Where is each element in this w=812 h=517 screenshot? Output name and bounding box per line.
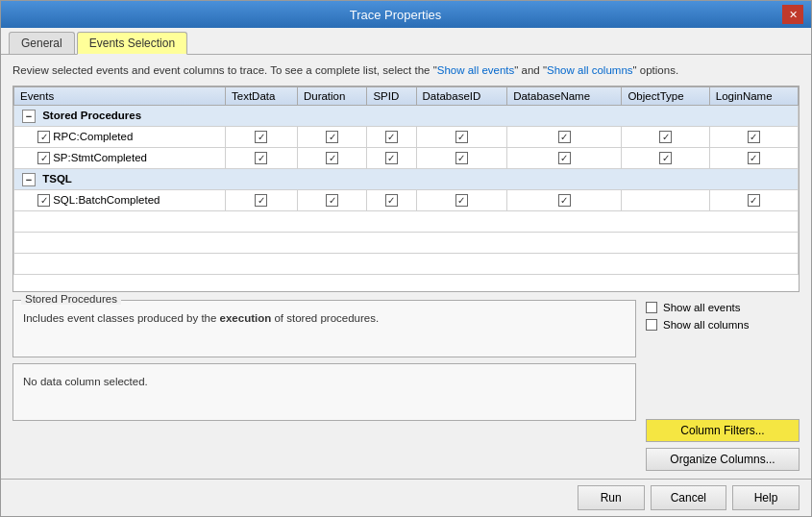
- row-sql-batchcompleted-check[interactable]: [37, 194, 50, 207]
- show-all-events-label: Show all events: [663, 302, 741, 313]
- table-row: SQL:BatchCompleted: [14, 190, 799, 211]
- col-textdata: TextData: [226, 87, 298, 106]
- run-button[interactable]: Run: [578, 485, 645, 510]
- col-databaseid: DatabaseID: [416, 87, 507, 106]
- column-filters-button[interactable]: Column Filters...: [646, 419, 800, 442]
- col-spid: SPID: [367, 87, 416, 106]
- stored-procedures-info-box: Stored Procedures Includes event classes…: [12, 300, 636, 357]
- col-databasename: DatabaseName: [507, 87, 622, 106]
- row-sp-stmtcompleted-check[interactable]: [37, 152, 50, 164]
- events-table-container: Events TextData Duration SPID DatabaseID…: [12, 86, 800, 292]
- rpc-databasename-cb[interactable]: [558, 131, 571, 143]
- events-table: Events TextData Duration SPID DatabaseID…: [13, 86, 799, 275]
- right-panel: Show all events Show all columns Column …: [646, 300, 800, 471]
- stored-procedures-info-content: Includes event classes produced by the e…: [23, 312, 626, 324]
- sp-objecttype-cb[interactable]: [659, 152, 672, 164]
- left-panels: Stored Procedures Includes event classes…: [12, 300, 636, 471]
- col-loginname: LoginName: [709, 87, 798, 106]
- category-row-tsql: − TSQL: [14, 169, 799, 190]
- table-header-row: Events TextData Duration SPID DatabaseID…: [14, 87, 799, 106]
- main-window: Trace Properties ✕ General Events Select…: [0, 0, 812, 517]
- show-all-events-link[interactable]: Show all events: [437, 64, 515, 76]
- sql-databaseid-cb[interactable]: [455, 194, 468, 207]
- table-row: SP:StmtCompleted: [14, 148, 799, 169]
- show-all-columns-checkbox[interactable]: [646, 319, 657, 331]
- table-row: RPC:Completed: [14, 127, 799, 148]
- row-rpc-completed-check[interactable]: [37, 131, 50, 143]
- table-row-empty: [14, 233, 799, 254]
- rpc-objecttype-cb[interactable]: [659, 131, 672, 143]
- close-button[interactable]: ✕: [782, 5, 803, 24]
- sql-loginname-cb[interactable]: [748, 194, 760, 207]
- window-title: Trace Properties: [9, 8, 782, 22]
- sp-databasename-cb[interactable]: [558, 152, 571, 164]
- collapse-tsql-btn[interactable]: −: [22, 173, 36, 186]
- sp-duration-cb[interactable]: [326, 152, 338, 164]
- title-bar: Trace Properties ✕: [1, 1, 811, 28]
- help-button[interactable]: Help: [732, 485, 800, 510]
- sp-spid-cb[interactable]: [385, 152, 398, 164]
- col-objecttype: ObjectType: [622, 87, 709, 106]
- show-all-columns-label: Show all columns: [663, 319, 749, 331]
- show-all-events-row: Show all events: [646, 302, 800, 313]
- category-stored-procedures-label: Stored Procedures: [42, 110, 141, 121]
- sql-spid-cb[interactable]: [385, 194, 398, 207]
- row-sql-batchcompleted-label: SQL:BatchCompleted: [53, 194, 160, 206]
- rpc-databaseid-cb[interactable]: [455, 131, 468, 143]
- tab-events-selection[interactable]: Events Selection: [77, 32, 187, 55]
- category-tsql-label: TSQL: [42, 173, 72, 185]
- bottom-area: Stored Procedures Includes event classes…: [12, 300, 800, 471]
- col-events: Events: [14, 87, 226, 106]
- row-sp-stmtcompleted-label: SP:StmtCompleted: [53, 152, 147, 163]
- table-row-empty: [14, 211, 799, 233]
- rpc-duration-cb[interactable]: [326, 131, 338, 143]
- rpc-textdata-cb[interactable]: [255, 131, 267, 143]
- rpc-spid-cb[interactable]: [385, 131, 398, 143]
- organize-columns-button[interactable]: Organize Columns...: [646, 448, 800, 471]
- tabs-bar: General Events Selection: [1, 28, 811, 55]
- table-row-empty: [14, 254, 799, 275]
- title-bar-controls: ✕: [782, 5, 803, 24]
- footer: Run Cancel Help: [1, 479, 811, 516]
- no-data-column-box: No data column selected.: [12, 363, 636, 421]
- rpc-loginname-cb[interactable]: [748, 131, 760, 143]
- cancel-button[interactable]: Cancel: [651, 485, 726, 510]
- show-all-columns-link[interactable]: Show all columns: [547, 64, 632, 76]
- collapse-stored-procedures-btn[interactable]: −: [22, 110, 36, 123]
- category-row-stored-procedures: − Stored Procedures: [14, 106, 799, 127]
- sql-duration-cb[interactable]: [326, 194, 338, 207]
- stored-procedures-info-title: Stored Procedures: [21, 293, 121, 305]
- show-all-columns-row: Show all columns: [646, 319, 800, 331]
- sp-textdata-cb[interactable]: [255, 152, 267, 164]
- sp-databaseid-cb[interactable]: [455, 152, 468, 164]
- description-text: Review selected events and event columns…: [12, 62, 800, 78]
- show-all-events-checkbox[interactable]: [646, 302, 657, 313]
- sp-loginname-cb[interactable]: [748, 152, 760, 164]
- col-duration: Duration: [297, 87, 366, 106]
- content-area: Review selected events and event columns…: [1, 55, 811, 479]
- row-rpc-completed-label: RPC:Completed: [53, 131, 133, 142]
- no-data-column-content: No data column selected.: [23, 376, 626, 387]
- sql-textdata-cb[interactable]: [255, 194, 267, 207]
- sql-databasename-cb[interactable]: [558, 194, 571, 207]
- tab-general[interactable]: General: [9, 32, 75, 54]
